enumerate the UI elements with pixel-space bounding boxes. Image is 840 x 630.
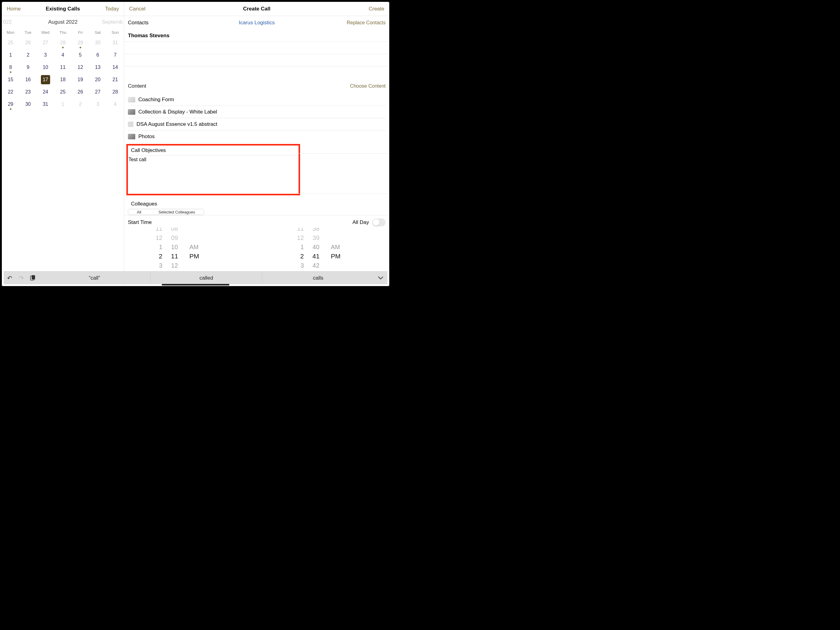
content-item[interactable]: DSA August Essence v1.5 abstract xyxy=(128,118,385,130)
calendar-day[interactable]: 29 xyxy=(72,36,89,49)
all-day-toggle[interactable] xyxy=(372,218,385,226)
calendar-day-number: 6 xyxy=(96,52,99,58)
calendar-day[interactable]: 25 xyxy=(2,36,19,49)
calendar-day-number: 28 xyxy=(60,40,66,46)
keyboard-collapse-button[interactable] xyxy=(374,276,387,280)
calendar-day[interactable]: 2 xyxy=(19,49,37,61)
home-button[interactable]: Home xyxy=(2,6,21,12)
calendar-day[interactable]: 7 xyxy=(106,49,124,61)
today-button[interactable]: Today xyxy=(105,6,124,12)
calendar-day[interactable]: 30 xyxy=(89,36,107,49)
clipboard-icon[interactable] xyxy=(27,275,39,281)
calendar-day-number: 22 xyxy=(8,89,13,95)
content-section: Content Choose Content Coaching FormColl… xyxy=(124,79,389,143)
calendar-day[interactable]: 28 xyxy=(106,86,124,98)
weekday-label: Sun xyxy=(106,28,124,36)
calendar-day[interactable]: 12 xyxy=(72,61,89,73)
calendar-day[interactable]: 9 xyxy=(19,61,37,73)
start-time-picker[interactable]: 11121234080910111213AMPM xyxy=(128,228,226,272)
picker-value: 11 xyxy=(297,228,304,233)
colleagues-heading: Colleagues xyxy=(128,199,385,209)
cancel-button[interactable]: Cancel xyxy=(124,6,145,12)
calendar-day[interactable]: 29 xyxy=(2,98,19,111)
calendar-day[interactable]: 31 xyxy=(36,98,54,111)
calendar-day[interactable]: 17 xyxy=(36,73,54,86)
calendar-day[interactable]: 4 xyxy=(106,98,124,111)
calendar-day[interactable]: 30 xyxy=(19,98,37,111)
prev-month-label[interactable]: 022 xyxy=(3,19,12,25)
picker-column[interactable]: 383940414243 xyxy=(313,228,319,272)
calendar-day-number: 31 xyxy=(112,40,118,46)
objectives-textarea[interactable]: Test call xyxy=(128,156,298,194)
calendar-day-number: 5 xyxy=(79,52,82,58)
calendar-day[interactable]: 26 xyxy=(19,36,37,49)
calendar-day[interactable]: 18 xyxy=(54,73,72,86)
calendar-day[interactable]: 26 xyxy=(72,86,89,98)
empty-contact-row xyxy=(124,42,389,54)
calendar-day[interactable]: 3 xyxy=(36,49,54,61)
calendar-day-number: 2 xyxy=(79,101,82,107)
calendar-day[interactable]: 14 xyxy=(106,61,124,73)
colleagues-tab[interactable]: All xyxy=(128,209,150,215)
calendar-day[interactable]: 13 xyxy=(89,61,107,73)
calendar-day[interactable]: 11 xyxy=(54,61,72,73)
picker-value: 2 xyxy=(159,252,163,261)
picker-value: 1 xyxy=(300,242,304,252)
end-time-picker[interactable]: 11121234383940414243AMPM xyxy=(269,228,368,272)
calendar-day-number: 9 xyxy=(27,65,30,70)
calendar-day[interactable]: 28 xyxy=(54,36,72,49)
calendar-day[interactable]: 3 xyxy=(89,98,107,111)
content-item[interactable]: Photos xyxy=(128,130,385,143)
calendar-day[interactable]: 19 xyxy=(72,73,89,86)
calendar-day[interactable]: 25 xyxy=(54,86,72,98)
calendar-day[interactable]: 1 xyxy=(2,49,19,61)
picker-column[interactable]: 080910111213 xyxy=(171,228,178,272)
colleagues-tab[interactable]: Selected Colleagues xyxy=(150,209,204,215)
picker-column[interactable]: AMPM xyxy=(331,242,341,261)
next-month-label[interactable]: Septemb xyxy=(102,19,123,25)
calendar-day[interactable]: 15 xyxy=(2,73,19,86)
calendar-day[interactable]: 23 xyxy=(19,86,37,98)
calendar-day[interactable]: 31 xyxy=(106,36,124,49)
calendar-day[interactable]: 4 xyxy=(54,49,72,61)
calendar-day-number: 18 xyxy=(60,77,66,82)
picker-column[interactable]: 11121234 xyxy=(156,228,163,272)
picker-column[interactable]: AMPM xyxy=(189,242,199,261)
picker-value: 12 xyxy=(297,233,304,242)
picker-column[interactable]: 11121234 xyxy=(297,228,304,272)
event-dot-icon xyxy=(10,71,11,73)
calendar-day[interactable]: 5 xyxy=(72,49,89,61)
event-dot-icon xyxy=(80,47,81,48)
calendar-day[interactable]: 8 xyxy=(2,61,19,73)
calendar-day-number: 30 xyxy=(95,40,101,46)
choose-content-button[interactable]: Choose Content xyxy=(350,83,385,89)
calendar-day[interactable]: 27 xyxy=(36,36,54,49)
content-item[interactable]: Coaching Form xyxy=(128,93,385,106)
content-header: Content Choose Content xyxy=(128,79,385,93)
calendar-day[interactable]: 10 xyxy=(36,61,54,73)
calendar-day[interactable]: 6 xyxy=(89,49,107,61)
calendar-day[interactable]: 27 xyxy=(89,86,107,98)
calendar-day[interactable]: 20 xyxy=(89,73,107,86)
calendar-day[interactable]: 24 xyxy=(36,86,54,98)
picker-value: 11 xyxy=(171,252,178,261)
keyboard-suggestion[interactable]: “call” xyxy=(39,273,150,283)
picker-value: 10 xyxy=(171,242,178,252)
calendar-day[interactable]: 16 xyxy=(19,73,37,86)
replace-contacts-button[interactable]: Replace Contacts xyxy=(347,20,385,25)
calendar-pane: Home Existing Calls Today 022 August 202… xyxy=(2,2,124,286)
calendar-day[interactable]: 1 xyxy=(54,98,72,111)
undo-icon[interactable]: ↶ xyxy=(4,274,15,282)
content-item[interactable]: Collection & Display - White Label xyxy=(128,106,385,118)
calendar-day[interactable]: 22 xyxy=(2,86,19,98)
time-pickers: 11121234080910111213AMPM 111212343839404… xyxy=(124,228,389,272)
calendar-day-number: 12 xyxy=(77,65,83,70)
calendar-day[interactable]: 2 xyxy=(72,98,89,111)
calendar-day-number: 4 xyxy=(114,101,117,107)
create-button[interactable]: Create xyxy=(369,6,389,12)
keyboard-suggestion[interactable]: calls xyxy=(262,273,374,283)
form-scroll[interactable]: Contacts Icarus Logistics Replace Contac… xyxy=(124,16,389,272)
keyboard-suggestion[interactable]: called xyxy=(150,273,262,283)
calendar-day[interactable]: 21 xyxy=(106,73,124,86)
company-link[interactable]: Icarus Logistics xyxy=(238,20,275,26)
